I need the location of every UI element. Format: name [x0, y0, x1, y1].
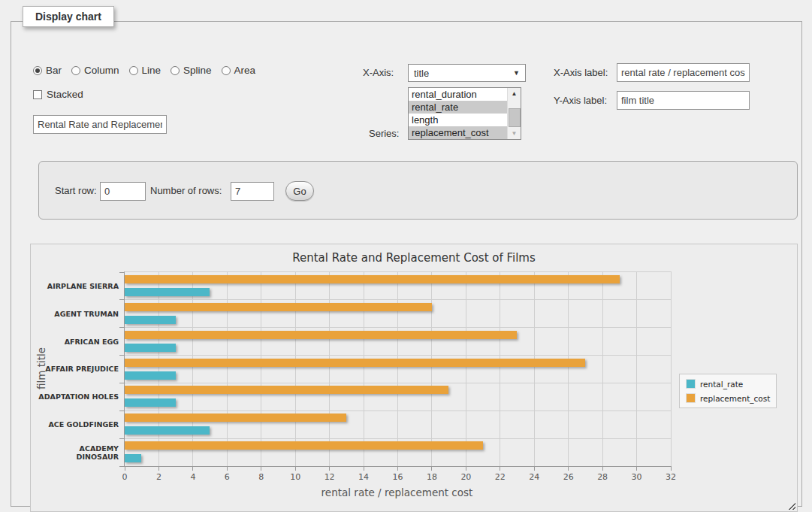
grid-line-v: [158, 272, 159, 466]
radio-option-label: Spline: [183, 65, 212, 76]
axis-tick: [119, 299, 124, 300]
radio-option-label: Bar: [46, 65, 62, 76]
bar-rental_rate: [125, 371, 176, 380]
legend-label: replacement_cost: [700, 394, 770, 403]
series-listbox-options: rental_durationrental_ratelengthreplacem…: [409, 88, 507, 139]
x-tick-label: 2: [156, 472, 161, 482]
bar-rental_rate: [125, 426, 210, 435]
grid-line-v: [364, 272, 364, 466]
chart-title-input[interactable]: [33, 115, 167, 134]
listbox-scrollbar[interactable]: ▲ ▼: [507, 88, 521, 139]
axis-tick: [119, 355, 124, 356]
bar-replacement_cost: [125, 359, 585, 367]
grid-line-h: [125, 383, 671, 383]
series-label: Series:: [369, 128, 399, 139]
x-tick-label: 24: [529, 472, 539, 482]
radio-icon[interactable]: [71, 66, 80, 75]
axis-tick: [125, 466, 125, 471]
bar-rental_rate: [125, 454, 141, 462]
radio-option-bar[interactable]: Bar: [33, 65, 62, 76]
axis-tick: [466, 466, 466, 471]
x-axis-select[interactable]: title ▼: [408, 64, 526, 82]
axis-tick: [119, 411, 124, 411]
bar-replacement_cost: [125, 386, 448, 394]
category-label: AFRICAN EGG: [36, 328, 119, 356]
category-label: ACADEMY DINOSAUR: [36, 438, 119, 466]
radio-option-area[interactable]: Area: [222, 65, 256, 76]
scrollbar-thumb[interactable]: [509, 108, 521, 127]
resize-grip-icon[interactable]: [786, 501, 795, 510]
axis-tick: [119, 466, 124, 467]
grid-line-v: [329, 272, 330, 466]
series-listbox[interactable]: rental_durationrental_ratelengthreplacem…: [408, 87, 521, 140]
x-tick-label: 16: [393, 472, 403, 482]
grid-line-v: [534, 272, 535, 466]
grid-line-h: [125, 355, 671, 356]
stacked-label: Stacked: [47, 89, 83, 100]
legend-label: rental_rate: [700, 380, 743, 389]
x-tick-label: 20: [460, 472, 471, 482]
checkbox-icon[interactable]: [33, 90, 42, 99]
x-tick-label: 26: [563, 472, 574, 482]
x-tick-label: 4: [190, 472, 195, 482]
radio-icon[interactable]: [222, 66, 231, 75]
chart-title: Rental Rate and Replacement Cost of Film…: [31, 251, 797, 265]
radio-icon[interactable]: [129, 66, 138, 75]
rows-panel: Start row: Number of rows: Go: [38, 161, 798, 220]
radio-option-line[interactable]: Line: [129, 65, 161, 76]
legend-swatch: [686, 393, 696, 403]
start-row-input[interactable]: [100, 182, 146, 201]
axis-tick: [119, 383, 124, 383]
num-rows-input[interactable]: [231, 182, 274, 201]
x-axis-title: rental rate / replacement cost: [124, 486, 670, 498]
stacked-checkbox-row[interactable]: Stacked: [33, 89, 83, 100]
bar-rental_rate: [125, 344, 176, 352]
category-label: ADAPTATION HOLES: [36, 383, 119, 411]
grid-line-h: [125, 299, 671, 300]
grid-line-v: [431, 272, 432, 466]
axis-tick: [671, 466, 672, 471]
legend-swatch: [686, 379, 696, 389]
grid-line-v: [295, 272, 296, 466]
radio-option-spline[interactable]: Spline: [171, 65, 212, 76]
display-chart-panel: BarColumnLineSplineArea Stacked X-Axis: …: [11, 21, 802, 507]
radio-option-column[interactable]: Column: [71, 65, 119, 76]
bar-replacement_cost: [125, 275, 620, 283]
axis-tick: [500, 466, 500, 471]
scroll-down-icon[interactable]: ▼: [508, 128, 521, 139]
axis-tick: [431, 466, 432, 471]
bar-rental_rate: [125, 288, 210, 296]
axis-tick: [192, 466, 193, 471]
grid-line-v: [602, 272, 603, 466]
legend-item: replacement_cost: [686, 393, 770, 403]
axis-tick: [295, 466, 296, 471]
bar-replacement_cost: [125, 441, 483, 450]
x-tick-label: 18: [427, 472, 437, 482]
axis-tick: [636, 466, 637, 471]
panel-tab-label: Display chart: [35, 11, 101, 23]
axis-tick: [261, 466, 261, 471]
bar-replacement_cost: [125, 331, 517, 339]
x-tick-label: 6: [225, 472, 230, 482]
legend-item: rental_rate: [686, 379, 770, 389]
x-axis-select-value: title: [414, 68, 429, 79]
radio-option-label: Area: [234, 65, 256, 76]
list-option-length[interactable]: length: [409, 114, 507, 126]
grid-line-v: [261, 272, 261, 466]
radio-option-label: Line: [142, 65, 161, 76]
scroll-up-icon[interactable]: ▲: [508, 88, 521, 99]
x-axis-label-input[interactable]: [617, 63, 750, 82]
bar-replacement_cost: [125, 414, 346, 422]
grid-line-v: [568, 272, 569, 466]
bar-rental_rate: [125, 398, 176, 407]
list-option-replacement_cost[interactable]: replacement_cost: [409, 126, 507, 139]
go-button[interactable]: Go: [285, 181, 314, 201]
grid-line-v: [192, 272, 193, 466]
radio-icon[interactable]: [171, 66, 180, 75]
x-tick-label: 0: [122, 472, 128, 482]
y-axis-label-input[interactable]: [617, 91, 750, 110]
list-option-rental_rate[interactable]: rental_rate: [409, 101, 507, 114]
radio-icon[interactable]: [33, 66, 42, 75]
list-option-rental_duration[interactable]: rental_duration: [409, 88, 507, 101]
axis-tick: [227, 466, 228, 471]
